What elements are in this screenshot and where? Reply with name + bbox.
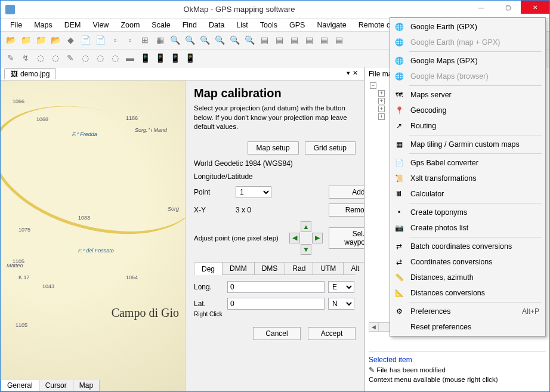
lat-dir-select[interactable]: N	[328, 298, 354, 310]
utilities-item-distances-conversions[interactable]: 📐Distances conversions	[391, 285, 544, 301]
units-tab-dms[interactable]: DMS	[254, 262, 286, 274]
toolbar-icon[interactable]: 📱	[183, 51, 196, 64]
toolbar-icon[interactable]: 📁	[19, 33, 32, 47]
arrow-left-icon[interactable]: ◀	[289, 233, 300, 243]
map-setup-button[interactable]: Map setup	[248, 141, 299, 155]
toolbar-icon[interactable]: ◆	[64, 33, 77, 47]
menu-list[interactable]: List	[230, 20, 254, 30]
tree-expand-icon[interactable]: +	[378, 106, 385, 112]
toolbar-icon[interactable]: ▤	[317, 33, 330, 47]
toolbar-icon[interactable]: ▦	[153, 33, 166, 47]
toolbar-icon[interactable]: 🔍	[198, 33, 211, 47]
utilities-item-batch-coordinates-conversions[interactable]: ⇄Batch coordinates conversions	[391, 239, 544, 254]
long-input[interactable]	[227, 281, 325, 293]
units-tab-alt[interactable]: Alt	[343, 262, 364, 274]
units-tab-deg[interactable]: Deg	[194, 263, 223, 275]
toolbar-icon[interactable]: 🔍	[168, 33, 181, 47]
tree-expand-icon[interactable]: +	[378, 113, 385, 120]
utilities-item-google-maps-gpx-[interactable]: 🌐Google Maps (GPX)	[391, 53, 544, 69]
toolbar-icon[interactable]: ▤	[332, 33, 345, 47]
utilities-item-maps-server[interactable]: 🗺Maps server	[391, 87, 544, 103]
utilities-item-xslt-transformations[interactable]: 📜Xslt transformations	[391, 171, 544, 186]
utilities-item-map-tiling-garmin-custom-maps[interactable]: ▦Map tiling / Garmin custom maps	[391, 137, 544, 152]
menu-maps[interactable]: Maps	[28, 20, 58, 30]
toolbar-icon[interactable]: 📱	[138, 51, 152, 64]
toolbar-icon[interactable]: ⊞	[138, 33, 152, 47]
menu-dem[interactable]: DEM	[58, 20, 87, 30]
toolbar-icon[interactable]: ▬	[123, 51, 137, 64]
toolbar-icon[interactable]: ◌	[34, 51, 47, 64]
arrow-up-icon[interactable]: ▲	[301, 221, 311, 232]
scroll-left-icon[interactable]: ◀	[369, 323, 379, 331]
utilities-item-create-photos-list[interactable]: 📷Create photos list	[391, 220, 544, 236]
toolbar-icon[interactable]: 📂	[4, 33, 17, 47]
toolbar-icon[interactable]: ✎	[64, 51, 77, 64]
cancel-button[interactable]: Cancel	[253, 327, 301, 340]
units-tab-rad[interactable]: Rad	[285, 262, 313, 274]
bottom-tab-map[interactable]: Map	[73, 380, 100, 391]
toolbar-icon[interactable]: ◌	[49, 51, 62, 64]
toolbar-icon[interactable]: 🔍	[183, 33, 196, 47]
menu-tools[interactable]: Tools	[254, 20, 283, 30]
menu-view[interactable]: View	[87, 20, 115, 30]
toolbar-icon[interactable]: 📱	[168, 51, 181, 64]
utilities-item-gps-babel-converter[interactable]: 📄Gps Babel converter	[391, 155, 544, 171]
arrow-right-icon[interactable]: ▶	[312, 233, 323, 243]
minimize-button[interactable]: —	[468, 1, 495, 14]
tree-expand-icon[interactable]: +	[378, 90, 385, 97]
menu-file[interactable]: File	[4, 20, 28, 30]
utilities-item-google-earth-gpx-[interactable]: 🌐Google Earth (GPX)	[391, 19, 544, 35]
long-dir-select[interactable]: E	[328, 281, 354, 293]
maximize-button[interactable]: ▢	[495, 1, 521, 14]
toolbar-icon[interactable]: ◌	[79, 51, 92, 64]
lat-input[interactable]	[227, 298, 325, 310]
map-canvas[interactable]: 1066 1068 1186 F.ᵉ Fredda Sorg.ᵗ i Mand …	[1, 81, 186, 391]
toolbar-icon[interactable]: ▤	[273, 33, 286, 47]
toolbar-icon[interactable]: ▫	[109, 33, 122, 47]
toolbar-icon[interactable]: ▫	[123, 33, 137, 47]
point-select[interactable]: 1	[236, 186, 271, 198]
units-tab-utm[interactable]: UTM	[313, 262, 344, 274]
toolbar-icon[interactable]: 🔍	[243, 33, 256, 47]
close-button[interactable]: ✕	[521, 1, 549, 14]
bottom-tab-general[interactable]: General	[1, 380, 39, 391]
menu-gps[interactable]: GPS	[283, 20, 311, 30]
utilities-item-reset-preferences[interactable]: Reset preferences	[391, 319, 544, 335]
utilities-item-geocoding[interactable]: 📍Geocoding	[391, 103, 544, 118]
document-tab[interactable]: 🖼 demo.jpg	[4, 68, 56, 79]
remove-button[interactable]: Remove	[329, 203, 364, 217]
bottom-tab-cursor[interactable]: Cursor	[39, 380, 73, 391]
menu-navigate[interactable]: Navigate	[311, 20, 352, 30]
sel-waypoint-button[interactable]: Sel. waypoint	[329, 227, 364, 249]
toolbar-icon[interactable]: ◌	[94, 51, 107, 64]
toolbar-icon[interactable]: 📄	[79, 33, 92, 47]
menu-scale[interactable]: Scale	[146, 20, 176, 30]
toolbar-icon[interactable]: 📄	[94, 33, 107, 47]
toolbar-icon[interactable]: ↯	[19, 51, 32, 64]
tree-expand-icon[interactable]: +	[378, 98, 385, 104]
utilities-item-create-toponyms[interactable]: •Create toponyms	[391, 205, 544, 220]
utilities-item-routing[interactable]: ↗Routing	[391, 118, 544, 134]
toolbar-icon[interactable]: ◌	[109, 51, 122, 64]
toolbar-icon[interactable]: ▤	[288, 33, 301, 47]
tab-close-icon[interactable]: ✕	[353, 69, 358, 77]
utilities-item-preferences[interactable]: ⚙PreferencesAlt+P	[391, 304, 544, 319]
toolbar-icon[interactable]: ▤	[302, 33, 316, 47]
add-button[interactable]: Add	[329, 186, 364, 199]
tab-menu-icon[interactable]: ▾	[347, 69, 350, 77]
grid-setup-button[interactable]: Grid setup	[305, 141, 356, 155]
toolbar-icon[interactable]: 🔍	[213, 33, 226, 47]
menu-find[interactable]: Find	[177, 20, 203, 30]
toolbar-icon[interactable]: 🔍	[228, 33, 241, 47]
toolbar-icon[interactable]: 📱	[153, 51, 166, 64]
toolbar-icon[interactable]: ✎	[4, 51, 17, 64]
arrow-down-icon[interactable]: ▼	[301, 244, 311, 255]
menu-zoom[interactable]: Zoom	[115, 20, 146, 30]
toolbar-icon[interactable]: ▤	[258, 33, 271, 47]
tree-collapse-icon[interactable]: −	[370, 82, 376, 89]
utilities-item-coordinates-conversions[interactable]: ⇄Coordinates conversions	[391, 254, 544, 270]
units-tab-dmm[interactable]: DMM	[222, 262, 255, 274]
utilities-item-calculator[interactable]: 🖩Calculator	[391, 186, 544, 202]
menu-data[interactable]: Data	[203, 20, 230, 30]
utilities-item-distances-azimuth[interactable]: 📏Distances, azimuth	[391, 270, 544, 285]
